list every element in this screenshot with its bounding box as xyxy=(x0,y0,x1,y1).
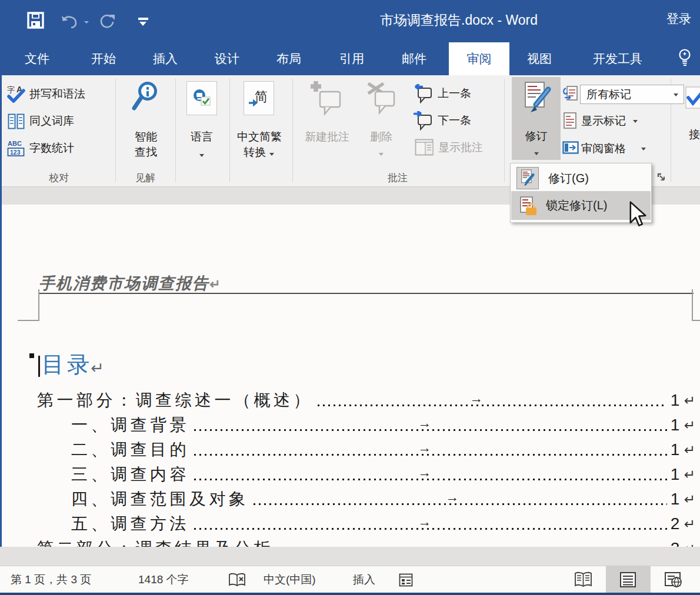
reviewing-pane-button[interactable]: 审阅窗格 xyxy=(581,139,646,158)
svg-text:ABC: ABC xyxy=(8,140,22,147)
read-mode-icon[interactable] xyxy=(574,571,592,588)
tab-file[interactable]: 文件 xyxy=(25,51,49,67)
group-separator xyxy=(292,79,293,182)
reviewing-pane-icon xyxy=(562,139,579,156)
toc-entry[interactable]: 四、调查范围及对象 → 1 ↵ xyxy=(71,489,695,509)
menu-item-track-changes[interactable]: 修订(G) xyxy=(511,166,651,190)
language-button[interactable]: 语言 xyxy=(180,79,224,167)
toc-page-number: 1 xyxy=(671,464,683,484)
previous-comment-icon xyxy=(414,84,433,103)
proofing-status-icon[interactable] xyxy=(228,573,246,588)
print-layout-icon[interactable] xyxy=(619,571,636,588)
show-markup-button[interactable]: 显示标记 xyxy=(581,112,638,131)
spelling-icon: 字 A xyxy=(7,85,25,103)
group-separator xyxy=(115,79,116,182)
tab-formatting-mark: → xyxy=(464,539,477,547)
tab-developer[interactable]: 开发工具 xyxy=(593,51,642,67)
word-count-button[interactable]: ABC 123 字数统计 xyxy=(7,139,74,158)
tab-insert[interactable]: 插入 xyxy=(153,51,178,67)
tab-review-active[interactable]: 审阅 xyxy=(449,42,509,75)
thesaurus-icon xyxy=(7,112,25,131)
toc-entry-text: 第二部分：调查结果及分析 xyxy=(37,539,274,547)
insert-mode-indicator[interactable]: 插入 xyxy=(353,566,375,593)
smart-lookup-button[interactable]: 智能 查找 xyxy=(119,79,173,167)
conversion-label-1: 中文简繁 xyxy=(237,129,281,145)
status-bar: 第 1 页，共 3 页 1418 个字 中文(中国) 插入 xyxy=(0,566,700,593)
toc-entry[interactable]: 五、调查方法 → 2 ↵ xyxy=(71,514,695,534)
page-header-text[interactable]: 手机消费市场调查报告↵ xyxy=(39,273,220,294)
web-layout-icon[interactable] xyxy=(664,571,682,588)
ribbon-tab-bar: 文件 开始 插入 设计 布局 引用 邮件 审阅 视图 开发工具 xyxy=(0,39,700,75)
smart-lookup-label-1: 智能 xyxy=(119,129,173,145)
thesaurus-button[interactable]: 同义词库 xyxy=(7,112,74,131)
markup-state-value: 所有标记 xyxy=(586,87,631,102)
tab-view[interactable]: 视图 xyxy=(527,51,552,67)
tab-mailings[interactable]: 邮件 xyxy=(402,51,426,67)
toc-entry[interactable]: 二、调查目的 → 1 ↵ xyxy=(71,440,695,460)
margin-corner-mark xyxy=(38,289,39,321)
paragraph-mark: ↵ xyxy=(684,415,695,435)
word-count-indicator[interactable]: 1418 个字 xyxy=(138,566,189,593)
track-changes-button[interactable]: 修订 xyxy=(512,77,561,160)
markup-state-combobox[interactable]: 所有标记 xyxy=(580,85,684,104)
chinese-conversion-button[interactable]: 简 中文简繁 转换 xyxy=(237,79,281,167)
language-dropdown xyxy=(180,147,224,160)
margin-corner-mark xyxy=(18,320,39,321)
title-bar: 市场调查报告.docx - Word 登录 xyxy=(0,0,700,39)
conversion-iconbox: 简 xyxy=(244,81,274,115)
tracking-dialog-launcher-icon[interactable] xyxy=(657,173,666,182)
toc-entry[interactable]: 第一部分：调查综述一（概述） → 1 ↵ xyxy=(37,390,695,410)
tab-home[interactable]: 开始 xyxy=(91,51,116,67)
tab-formatting-mark: → xyxy=(469,390,483,406)
accept-label-partial[interactable]: 接 xyxy=(689,127,700,142)
show-markup-label: 显示标记 xyxy=(581,113,626,129)
tab-layout[interactable]: 布局 xyxy=(276,51,301,67)
language-icon xyxy=(191,88,212,109)
track-changes-dropdown xyxy=(512,145,561,158)
paragraph-mark: ↵ xyxy=(684,390,695,410)
smart-lookup-icon xyxy=(131,81,161,115)
toc-entry[interactable]: 第二部分：调查结果及分析 → 2 ↵ xyxy=(37,539,695,547)
language-indicator[interactable]: 中文(中国) xyxy=(264,566,316,593)
customize-qat-icon[interactable] xyxy=(138,18,148,20)
previous-comment-button[interactable]: 上一条 xyxy=(414,84,471,103)
thesaurus-label: 同义词库 xyxy=(29,113,74,129)
macro-record-icon[interactable] xyxy=(399,573,413,587)
lock-tracking-icon xyxy=(519,196,537,216)
spelling-grammar-label: 拼写和语法 xyxy=(29,86,85,102)
previous-comment-label: 上一条 xyxy=(438,86,471,101)
paragraph-mark: ↵ xyxy=(91,359,104,377)
delete-comment-icon xyxy=(367,82,396,116)
toc-entry[interactable]: 一、调查背景 → 1 ↵ xyxy=(71,415,695,435)
toc-page-number: 1 xyxy=(671,390,683,410)
margin-corner-mark xyxy=(692,320,700,321)
next-comment-button[interactable]: 下一条 xyxy=(414,111,471,130)
tell-me-lightbulb-icon[interactable] xyxy=(676,48,693,67)
all-markup-icon xyxy=(562,85,579,102)
document-workspace-bottom xyxy=(0,547,700,566)
show-comments-label: 显示批注 xyxy=(438,140,483,155)
page-indicator[interactable]: 第 1 页，共 3 页 xyxy=(11,566,91,593)
tab-design[interactable]: 设计 xyxy=(215,51,239,67)
accept-icon[interactable] xyxy=(685,86,700,109)
svg-text:简: 简 xyxy=(255,89,268,104)
toc-heading[interactable]: 目录 xyxy=(42,350,92,380)
document-page[interactable]: 手机消费市场调查报告↵ 目录 ↵ 第一部分：调查综述一（概述） → 1 ↵ 一、… xyxy=(2,205,700,547)
spelling-grammar-button[interactable]: 字 A 拼写和语法 xyxy=(7,85,85,103)
toc-entry-text: 一、调查背景 xyxy=(71,415,189,435)
redo-icon[interactable] xyxy=(99,14,115,30)
mouse-cursor xyxy=(628,201,646,229)
menu-item-label: 修订(G) xyxy=(548,171,589,186)
undo-icon[interactable] xyxy=(61,15,78,28)
toc-page-number: 2 xyxy=(671,539,683,547)
save-icon[interactable] xyxy=(27,12,44,29)
tab-references[interactable]: 引用 xyxy=(339,51,364,67)
undo-dropdown-icon[interactable] xyxy=(84,21,89,24)
next-comment-label: 下一条 xyxy=(438,113,471,128)
toc-entry-text: 五、调查方法 xyxy=(71,514,189,534)
toc-entry[interactable]: 三、调查内容 → 1 ↵ xyxy=(71,464,695,484)
tab-formatting-mark: → xyxy=(445,489,459,505)
toc-entry-text: 二、调查目的 xyxy=(71,440,189,460)
show-markup-icon xyxy=(562,112,578,129)
sign-in-button[interactable]: 登录 xyxy=(666,11,691,27)
